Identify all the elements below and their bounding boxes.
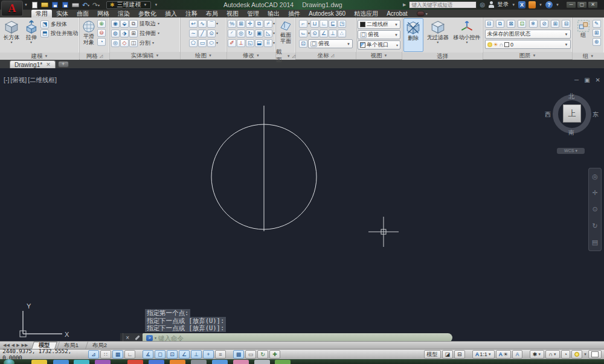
3drotate-icon[interactable]: ◎ [237,30,245,37]
ucs-view-icon[interactable]: ⊡ [299,40,307,48]
scale-icon[interactable]: ◱ [246,39,254,47]
viewcube-top-face[interactable]: 上 [563,104,581,123]
command-input[interactable] [158,334,449,342]
saveas-button[interactable] [61,1,69,8]
spline-icon[interactable]: ∼ [189,30,198,37]
showmotion-icon[interactable]: ▤ [592,238,598,246]
viewport-view-control[interactable]: [俯视] [10,76,27,85]
layer-properties-icon[interactable]: ⊟ [485,20,493,28]
taskbar-app-icon[interactable] [74,360,89,364]
array-icon[interactable]: ⊞ [237,20,245,28]
erase-icon[interactable]: ✐ [228,39,236,47]
tab-solid[interactable]: 实体 [52,10,72,18]
tab-plugins[interactable]: 插件 [284,10,304,18]
tab-view[interactable]: 视图 [222,10,243,18]
app-menu-arrow-icon[interactable]: ▼ [24,3,28,7]
taskbar-app-icon[interactable] [275,360,291,364]
maximize-button[interactable]: ▢ [577,1,587,8]
viewcube-south[interactable]: 南 [568,129,574,137]
tab-autodesk360[interactable]: Autodesk 360 [304,10,350,18]
tab-output[interactable]: 输出 [263,10,284,18]
osnap-3d-toggle[interactable]: ⊡ [167,350,178,359]
lineweight-toggle[interactable]: ≡ [215,350,226,359]
tab-manage[interactable]: 管理 [243,10,263,18]
group-edit-icon[interactable]: ⊞ [593,29,601,37]
slice-icon[interactable]: ⬙ [120,20,129,28]
taskbar-app-icon[interactable] [170,360,185,364]
ucs-face-icon[interactable]: ◳ [338,20,346,28]
quick-view-drawings-button[interactable]: ⊟ [454,350,465,359]
tab-acrobat[interactable]: Acrobat [382,10,411,18]
app-menu-button[interactable]: A [1,1,23,16]
polar-tracking-toggle[interactable]: ∡ [143,350,153,359]
layer-on-icon[interactable] [487,42,492,47]
drawing-minimize-icon[interactable]: ─ [574,77,579,83]
tab-layout[interactable]: 布局 [202,10,222,18]
mesh-reduce-icon[interactable]: ⊖ [97,29,106,37]
annotation-visibility-button[interactable]: A☀ [496,350,512,359]
layer-unlock-state-icon[interactable]: ∩ [500,42,503,47]
chamfer-icon[interactable]: ◺ [264,30,272,37]
open-button[interactable] [40,1,49,8]
smooth-object-button[interactable]: 平滑 对象 [81,18,97,52]
hardware-accel-button[interactable]: ◔ [561,350,570,359]
ucs-view-dropdown[interactable]: ◻ 俯视▼ [308,39,353,48]
taskbar-app-icon[interactable] [254,360,270,364]
ucs-zaxis-icon[interactable]: ⊥ [329,30,337,37]
dynamic-ucs-toggle[interactable]: ⊥ [191,350,202,359]
tab-model[interactable]: 模型 [31,342,57,349]
command-customize-icon[interactable] [135,335,140,340]
layer-color-swatch[interactable] [504,42,509,47]
communication-center-icon[interactable] [528,1,536,8]
layer-isolate-icon[interactable]: ⊡ [518,20,526,28]
drawing-restore-icon[interactable]: ▣ [584,77,590,83]
tab-home[interactable]: 常用 [31,10,52,18]
next-layout-icon[interactable]: ▶ [16,343,19,348]
polysolid-button[interactable]: ⬔多段体 [40,21,78,28]
3dalign-icon[interactable]: ⟂ [237,39,245,47]
grid-toggle[interactable]: ▦ [112,350,123,359]
command-input-area[interactable]: > ▾ [143,333,452,341]
trim-icon[interactable]: ⌿ [264,20,272,28]
copy-icon[interactable]: ⧉ [255,20,263,28]
save-button[interactable] [51,1,59,8]
taskbar-app-icon[interactable] [149,360,164,364]
annotation-monitor-toggle[interactable]: ✚ [269,350,280,359]
ucs-prev-icon[interactable]: ∟ [320,20,328,28]
mirror-icon[interactable]: ⬓ [255,39,263,47]
help-icon[interactable]: ? [545,1,553,8]
named-view-dropdown[interactable]: ◻ 俯视▼ [358,30,400,39]
model-space-button[interactable]: 模型 [424,350,441,359]
undo-button[interactable]: ↶▾ [82,1,90,8]
tab-mesh[interactable]: 网格 [93,10,114,18]
search-input[interactable] [409,1,477,8]
infocenter-collapse-arrow[interactable]: ▶ [403,2,406,7]
viewport-config-dropdown[interactable]: 单个视口▾ [358,40,400,49]
recent-commands-arrow-icon[interactable]: ▾ [155,336,156,340]
section-plane-button[interactable]: 截面 平面 [277,18,294,52]
clean-screen-button[interactable] [588,350,602,359]
ucs-z-icon[interactable]: ∠ [320,30,328,37]
first-layout-icon[interactable]: ◀◀ [3,343,10,348]
panel-label-coordinates[interactable]: 坐标◿ [296,52,356,59]
orbit-icon[interactable]: ↻ [592,222,597,230]
viewcube-north[interactable]: 北 [568,92,574,101]
revcloud-icon[interactable]: ∿ [198,20,207,28]
layer-off-icon[interactable]: ⊘ [540,20,548,28]
selection-cycling-toggle[interactable]: ↻ [257,350,268,359]
rotate-icon[interactable]: ↻ [246,30,254,37]
tab-parametric[interactable]: 参数化 [134,10,161,18]
dynamic-input-toggle[interactable]: + [203,350,214,359]
circle-icon[interactable]: ⊙ [207,30,216,37]
offset-icon[interactable]: ▣ [255,30,263,37]
polygon-icon[interactable]: ⬠ [189,39,198,47]
panel-label-layers[interactable]: 图层▼ [483,52,572,59]
tab-layout2[interactable]: 布局2 [85,342,114,349]
line-icon[interactable]: ╱ [198,30,207,37]
layer-prev-icon[interactable]: ⊠ [507,20,515,28]
panel-label-solid-editing[interactable]: 实体编辑▼ [110,52,180,59]
osnap-toggle[interactable]: ◻ [155,350,165,359]
search-icon[interactable]: ◎ [480,1,485,8]
new-button[interactable] [30,1,39,8]
annotation-scale-button[interactable]: A1:1▼ [472,350,495,359]
